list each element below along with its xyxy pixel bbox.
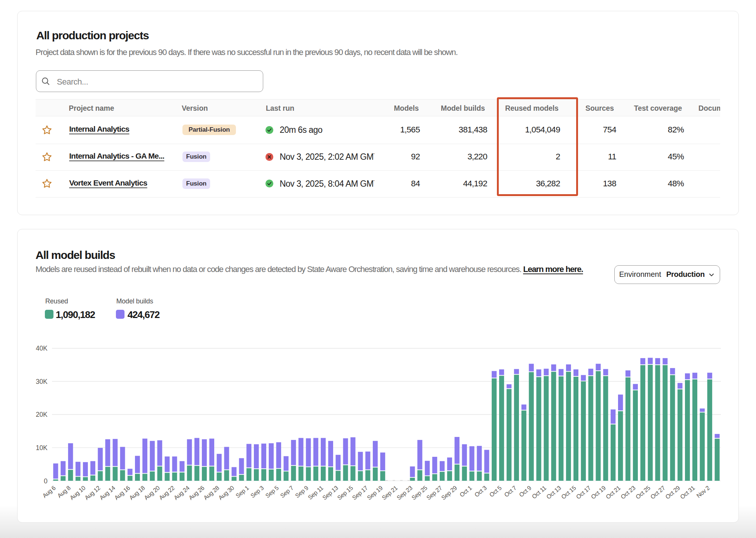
svg-text:Aug 24: Aug 24 [173,484,191,501]
svg-text:Sep 11: Sep 11 [307,484,324,501]
svg-text:10K: 10K [36,444,47,452]
svg-text:40K: 40K [36,345,47,352]
svg-text:Oct 23: Oct 23 [620,484,637,500]
svg-text:Aug 6: Aug 6 [41,484,57,499]
svg-text:Sep 25: Sep 25 [411,484,428,501]
svg-text:Oct 11: Oct 11 [531,484,548,500]
svg-text:Oct 27: Oct 27 [649,484,667,500]
svg-text:Aug 18: Aug 18 [128,484,146,501]
svg-text:Sep 15: Sep 15 [336,484,354,501]
svg-text:Oct 5: Oct 5 [488,484,503,498]
svg-text:Sep 23: Sep 23 [396,484,414,501]
svg-text:Oct 9: Oct 9 [518,484,532,498]
svg-text:Sep 17: Sep 17 [351,484,369,501]
svg-text:Aug 12: Aug 12 [83,484,101,501]
svg-text:Aug 10: Aug 10 [68,484,86,501]
svg-text:Oct 31: Oct 31 [679,484,696,500]
svg-text:Sep 1: Sep 1 [234,484,250,499]
svg-text:Sep 29: Sep 29 [440,484,458,501]
svg-text:Oct 21: Oct 21 [605,484,622,500]
svg-text:Sep 3: Sep 3 [249,484,265,499]
svg-text:Oct 25: Oct 25 [634,484,652,500]
svg-text:Aug 30: Aug 30 [217,484,235,501]
svg-text:Oct 29: Oct 29 [664,484,681,500]
svg-text:Oct 15: Oct 15 [560,484,577,500]
svg-text:Oct 19: Oct 19 [590,484,607,500]
svg-text:Sep 19: Sep 19 [366,484,384,501]
svg-text:Oct 7: Oct 7 [503,484,518,498]
svg-text:30K: 30K [36,378,47,385]
svg-text:Sep 21: Sep 21 [381,484,399,501]
svg-text:Sep 7: Sep 7 [279,484,295,499]
svg-text:Aug 16: Aug 16 [113,484,131,501]
svg-text:Aug 28: Aug 28 [202,484,220,501]
svg-text:Aug 26: Aug 26 [187,484,205,501]
svg-text:Sep 13: Sep 13 [321,484,339,501]
svg-text:Sep 27: Sep 27 [425,484,443,501]
svg-text:Oct 1: Oct 1 [458,484,473,498]
svg-text:Aug 14: Aug 14 [98,484,116,501]
svg-text:Nov 2: Nov 2 [695,484,711,499]
svg-text:0: 0 [44,477,47,485]
svg-text:Sep 5: Sep 5 [264,484,280,499]
svg-text:Oct 3: Oct 3 [473,484,488,498]
svg-text:Oct 17: Oct 17 [575,484,592,500]
svg-text:Aug 22: Aug 22 [158,484,176,501]
svg-text:20K: 20K [36,411,47,418]
svg-text:Aug 20: Aug 20 [143,484,161,501]
svg-text:Oct 13: Oct 13 [545,484,562,500]
